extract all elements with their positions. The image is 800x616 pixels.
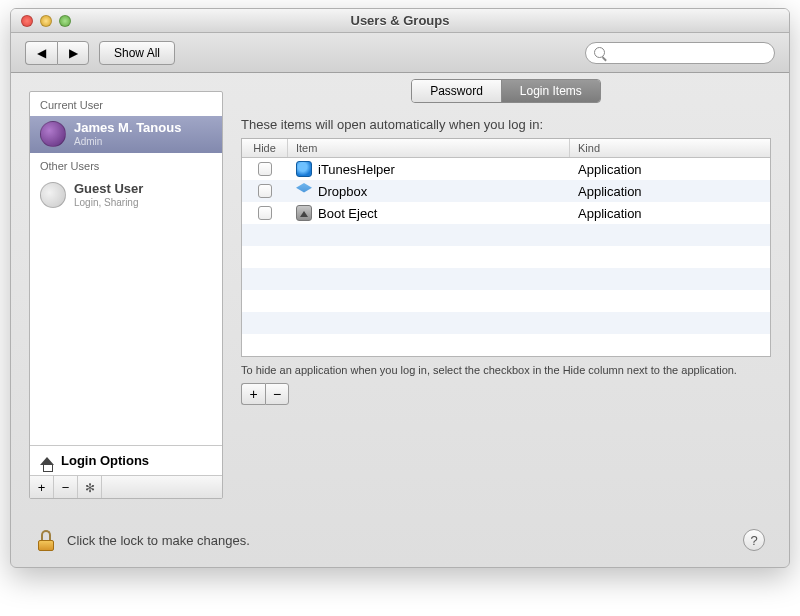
table-row-empty: [242, 268, 770, 290]
window-title: Users & Groups: [11, 13, 789, 28]
help-button[interactable]: ?: [743, 529, 765, 551]
show-all-button[interactable]: Show All: [99, 41, 175, 65]
hide-checkbox[interactable]: [258, 184, 272, 198]
other-users-header: Other Users: [30, 153, 222, 177]
search-field[interactable]: [585, 42, 775, 64]
user-name: Guest User: [74, 182, 143, 196]
sidebar-user-guest[interactable]: Guest User Login, Sharing: [30, 177, 222, 214]
remove-user-button[interactable]: −: [54, 476, 78, 498]
hide-checkbox[interactable]: [258, 162, 272, 176]
forward-button[interactable]: ▶: [57, 41, 89, 65]
current-user-header: Current User: [30, 92, 222, 116]
sidebar-actions: + −: [30, 475, 222, 498]
add-user-button[interactable]: +: [30, 476, 54, 498]
add-item-button[interactable]: +: [241, 383, 265, 405]
user-role: Admin: [74, 136, 181, 147]
main-panel: Password Login Items These items will op…: [241, 91, 771, 499]
itunes-icon: [296, 161, 312, 177]
search-icon: [594, 47, 605, 58]
avatar: [40, 182, 66, 208]
window-controls: [11, 15, 71, 27]
login-options-row[interactable]: Login Options: [30, 445, 222, 475]
login-items-table: Hide Item Kind iTunesHelperApplicationDr…: [241, 138, 771, 357]
table-row[interactable]: DropboxApplication: [242, 180, 770, 202]
table-row-empty: [242, 334, 770, 356]
back-button[interactable]: ◀: [25, 41, 57, 65]
table-header: Hide Item Kind: [242, 139, 770, 158]
table-row-empty: [242, 224, 770, 246]
table-row[interactable]: Boot EjectApplication: [242, 202, 770, 224]
close-button[interactable]: [21, 15, 33, 27]
nav-buttons: ◀ ▶: [25, 41, 89, 65]
home-icon: [40, 457, 54, 465]
hide-checkbox[interactable]: [258, 206, 272, 220]
footer: Click the lock to make changes. ?: [11, 517, 789, 567]
col-kind[interactable]: Kind: [570, 139, 770, 157]
avatar: [40, 121, 66, 147]
col-item[interactable]: Item: [288, 139, 570, 157]
hint-text: To hide an application when you log in, …: [241, 363, 771, 377]
minimize-button[interactable]: [40, 15, 52, 27]
users-sidebar: Current User James M. Tanous Admin Other…: [29, 91, 223, 499]
item-kind: Application: [570, 162, 770, 177]
sidebar-user-current[interactable]: James M. Tanous Admin: [30, 116, 222, 153]
preferences-window: Users & Groups ◀ ▶ Show All Current User…: [10, 8, 790, 568]
lock-icon[interactable]: [35, 529, 57, 551]
item-kind: Application: [570, 206, 770, 221]
titlebar[interactable]: Users & Groups: [11, 9, 789, 33]
zoom-button[interactable]: [59, 15, 71, 27]
add-remove-controls: + −: [241, 383, 771, 405]
user-role: Login, Sharing: [74, 197, 143, 208]
tab-segment: Password Login Items: [411, 79, 601, 103]
toolbar: ◀ ▶ Show All: [11, 33, 789, 73]
item-kind: Application: [570, 184, 770, 199]
actions-menu-button[interactable]: [78, 476, 102, 498]
item-name: Dropbox: [318, 184, 367, 199]
table-row-empty: [242, 290, 770, 312]
table-row-empty: [242, 312, 770, 334]
tab-password[interactable]: Password: [412, 80, 502, 102]
tab-login-items[interactable]: Login Items: [502, 80, 600, 102]
dropbox-icon: [296, 183, 312, 199]
item-name: Boot Eject: [318, 206, 377, 221]
booteject-icon: [296, 205, 312, 221]
table-row[interactable]: iTunesHelperApplication: [242, 158, 770, 180]
user-name: James M. Tanous: [74, 121, 181, 135]
col-hide[interactable]: Hide: [242, 139, 288, 157]
instruction-text: These items will open automatically when…: [241, 117, 771, 132]
login-options-label: Login Options: [61, 453, 149, 468]
item-name: iTunesHelper: [318, 162, 395, 177]
table-row-empty: [242, 246, 770, 268]
remove-item-button[interactable]: −: [265, 383, 289, 405]
lock-message: Click the lock to make changes.: [67, 533, 250, 548]
search-input[interactable]: [610, 46, 766, 60]
